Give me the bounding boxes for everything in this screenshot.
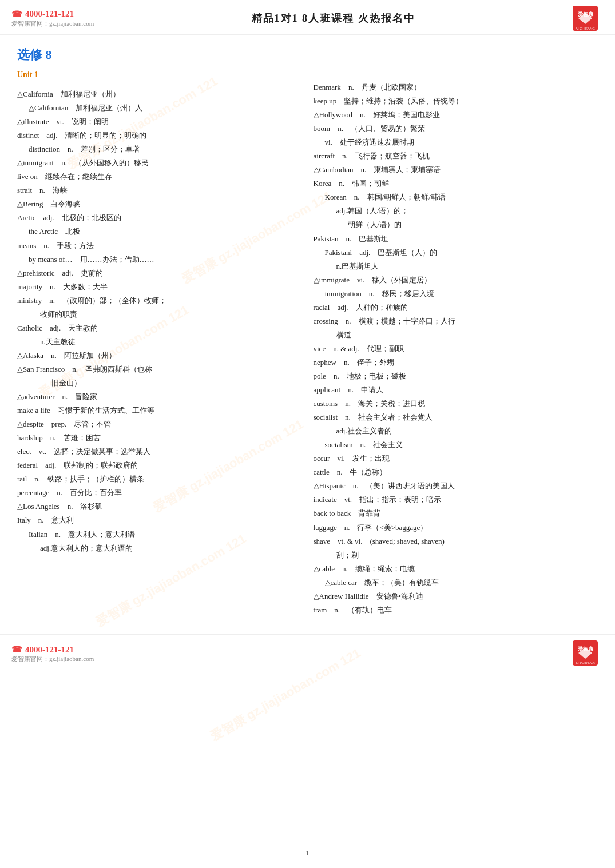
entry-los-angeles: Los Angeles n. 洛杉矶 <box>17 500 302 513</box>
entry-tram: tram n. （有轨）电车 <box>314 603 598 617</box>
entry-san-francisco-cont: 旧金山） <box>17 376 302 390</box>
entry-boom-vi: vi. 处于经济迅速发展时期 <box>314 136 598 149</box>
entry-immigrant: immigrant n. （从外国移入的）移民 <box>17 156 302 170</box>
header: ☎ 4000-121-121 爱智康官网：gz.jiajiaoban.com 精… <box>0 0 615 35</box>
unit-title: Unit 1 <box>17 70 302 79</box>
entry-hispanic: Hispanic n. （美）讲西班牙语的美国人 <box>314 479 598 493</box>
header-website: 爱智康官网：gz.jiajiaoban.com <box>11 19 94 28</box>
svg-text:AI ZHIKANG: AI ZHIKANG <box>576 662 595 665</box>
entry-andrew-hallidie: Andrew Hallidie 安德鲁•海利迪 <box>314 590 598 603</box>
entry-vice: vice n. & adj. 代理；副职 <box>314 342 598 356</box>
section-title: 选修 8 <box>17 46 302 63</box>
footer-logo: 爱智康 AI ZHIKANG <box>573 640 598 668</box>
entry-federal: federal adj. 联邦制的；联邦政府的 <box>17 459 302 472</box>
entry-racial: racial adj. 人种的；种族的 <box>314 301 598 314</box>
entry-immigration: immigration n. 移民；移居入境 <box>314 287 598 301</box>
page-number: 1 <box>305 849 310 858</box>
entry-by-means-of: by means of… 用……办法；借助…… <box>17 253 302 266</box>
footer: ☎ 4000-121-121 爱智康官网：gz.jiajiaoban.com 爱… <box>0 634 615 672</box>
entry-make-a-life: make a life 习惯于新的生活方式、工作等 <box>17 404 302 417</box>
entry-prehistoric: prehistoric adj. 史前的 <box>17 266 302 280</box>
main-content: 选修 8 Unit 1 California 加利福尼亚（州） Californ… <box>0 35 615 628</box>
entry-cable: cable n. 缆绳；绳索；电缆 <box>314 562 598 576</box>
svg-text:AI ZHIKANG: AI ZHIKANG <box>576 27 595 30</box>
entry-bering: Bering 白令海峡 <box>17 197 302 211</box>
entry-strait: strait n. 海峡 <box>17 184 302 197</box>
entry-indicate: indicate vt. 指出；指示；表明；暗示 <box>314 493 598 507</box>
entry-pakistani: Pakistani adj. 巴基斯坦（人）的 <box>314 246 598 260</box>
phone-number: 4000-121-121 <box>25 9 74 19</box>
entry-cattle: cattle n. 牛（总称） <box>314 465 598 479</box>
entry-adventurer: adventurer n. 冒险家 <box>17 390 302 404</box>
entry-pakistani-n: n.巴基斯坦人 <box>314 260 598 273</box>
entry-hardship: hardship n. 苦难；困苦 <box>17 431 302 445</box>
entry-ministry-cont: 牧师的职责 <box>17 308 302 321</box>
entry-crossing-cont: 横道 <box>314 328 598 342</box>
entry-hollywood: Hollywood n. 好莱坞；美国电影业 <box>314 108 598 122</box>
entry-socialist: socialist n. 社会主义者；社会党人 <box>314 411 598 424</box>
entry-aircraft: aircraft n. 飞行器；航空器；飞机 <box>314 149 598 163</box>
entry-rail: rail n. 铁路；扶手；（护栏的）横条 <box>17 472 302 486</box>
phone-icon: ☎ <box>11 9 22 19</box>
entry-ministry: ministry n. （政府的）部；（全体）牧师； <box>17 294 302 308</box>
entry-california: California 加利福尼亚（州） <box>17 87 302 101</box>
entry-boom: boom n. （人口、贸易的）繁荣 <box>314 122 598 136</box>
entry-pakistan: Pakistan n. 巴基斯坦 <box>314 232 598 246</box>
entry-immigrate: immigrate vi. 移入（外国定居） <box>314 273 598 287</box>
entry-means: means n. 手段；方法 <box>17 239 302 253</box>
entry-catholic-n: n.天主教徒 <box>17 335 302 349</box>
right-column: Denmark n. 丹麦（北欧国家） keep up 坚持；维持；沿袭（风俗、… <box>314 46 598 617</box>
entry-socialist-adj: adj.社会主义者的 <box>314 424 598 438</box>
entry-customs: customs n. 海关；关税；进口税 <box>314 397 598 411</box>
footer-left: ☎ 4000-121-121 爱智康官网：gz.jiajiaoban.com <box>11 644 94 663</box>
entry-the-arctic: the Arctic 北极 <box>17 225 302 238</box>
entry-cable-car: cable car 缆车；（美）有轨缆车 <box>314 576 598 590</box>
entry-illustrate: illustrate vt. 说明；阐明 <box>17 115 302 129</box>
entry-applicant: applicant n. 申请人 <box>314 383 598 397</box>
entry-italian: Italian n. 意大利人；意大利语 <box>17 528 302 541</box>
entry-arctic: Arctic adj. 北极的；北极区的 <box>17 211 302 225</box>
entry-denmark: Denmark n. 丹麦（北欧国家） <box>314 81 598 94</box>
footer-phone-icon: ☎ <box>11 644 22 655</box>
entry-italian-adj: adj.意大利人的；意大利语的 <box>17 541 302 555</box>
footer-website: 爱智康官网：gz.jiajiaoban.com <box>11 655 94 663</box>
entry-alaska: Alaska n. 阿拉斯加（州） <box>17 349 302 363</box>
entry-korean-adj2: 朝鲜（人/语）的 <box>314 218 598 232</box>
header-left: ☎ 4000-121-121 爱智康官网：gz.jiajiaoban.com <box>11 9 94 28</box>
entry-keep-up: keep up 坚持；维持；沿袭（风俗、传统等） <box>314 94 598 108</box>
entry-back-to-back: back to back 背靠背 <box>314 507 598 520</box>
left-column: 选修 8 Unit 1 California 加利福尼亚（州） Californ… <box>17 46 302 617</box>
entry-pole: pole n. 地极；电极；磁极 <box>314 369 598 383</box>
entry-californian: Californian 加利福尼亚（州）人 <box>17 101 302 115</box>
entry-live-on: live on 继续存在；继续生存 <box>17 170 302 184</box>
entry-luggage: luggage n. 行李（<美>baggage） <box>314 521 598 535</box>
entry-korean: Korean n. 韩国/朝鲜人；朝鲜/韩语 <box>314 190 598 204</box>
entry-despite: despite prep. 尽管；不管 <box>17 417 302 431</box>
entry-distinction: distinction n. 差别；区分；卓著 <box>17 142 302 156</box>
entry-occur: occur vi. 发生；出现 <box>314 452 598 465</box>
entry-korean-adj: adj.韩国（人/语）的； <box>314 204 598 218</box>
logo-icon: 爱智康 AI ZHIKANG <box>573 6 598 31</box>
entry-italy: Italy n. 意大利 <box>17 513 302 527</box>
footer-phone-number: 4000-121-121 <box>25 645 74 655</box>
entry-majority: majority n. 大多数；大半 <box>17 280 302 294</box>
entry-distinct: distinct adj. 清晰的；明显的；明确的 <box>17 129 302 142</box>
entry-socialism: socialism n. 社会主义 <box>314 438 598 452</box>
footer-logo-icon: 爱智康 AI ZHIKANG <box>573 640 598 666</box>
entry-elect: elect vt. 选择；决定做某事；选举某人 <box>17 445 302 459</box>
header-phone: ☎ 4000-121-121 <box>11 9 94 19</box>
word-list-left: California 加利福尼亚（州） Californian 加利福尼亚（州）… <box>17 87 302 555</box>
entry-percentage: percentage n. 百分比；百分率 <box>17 486 302 500</box>
entry-cambodian: Cambodian n. 柬埔寨人；柬埔寨语 <box>314 163 598 177</box>
entry-korea: Korea n. 韩国；朝鲜 <box>314 177 598 190</box>
entry-san-francisco: San Francisco n. 圣弗朗西斯科（也称 <box>17 363 302 376</box>
entry-shave-def: 刮；剃 <box>314 548 598 562</box>
word-list-right: Denmark n. 丹麦（北欧国家） keep up 坚持；维持；沿袭（风俗、… <box>314 81 598 617</box>
entry-crossing: crossing n. 横渡；横越；十字路口；人行 <box>314 314 598 328</box>
entry-catholic: Catholic adj. 天主教的 <box>17 321 302 335</box>
header-logo: 爱智康 AI ZHIKANG <box>573 6 598 31</box>
entry-shave: shave vt. & vi. (shaved; shaved, shaven) <box>314 535 598 548</box>
footer-phone: ☎ 4000-121-121 <box>11 644 94 655</box>
header-center-text: 精品1对1 8人班课程 火热报名中 <box>252 11 415 25</box>
entry-nephew: nephew n. 侄子；外甥 <box>314 356 598 369</box>
